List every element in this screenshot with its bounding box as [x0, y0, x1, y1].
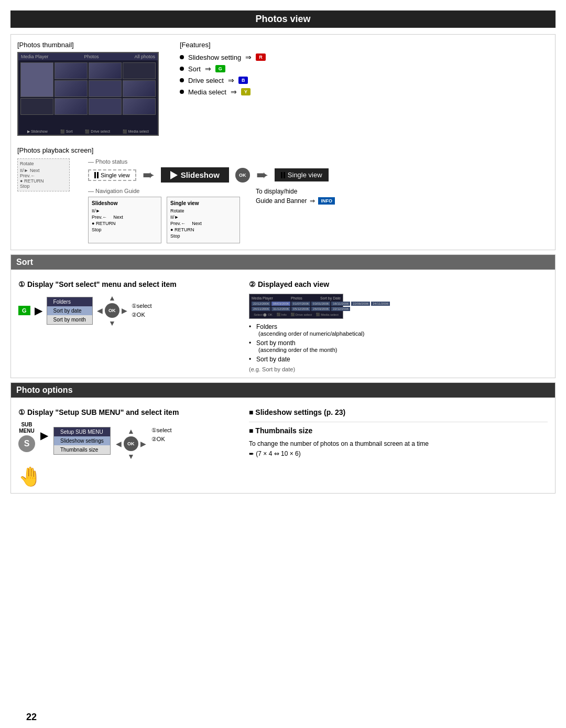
yellow-button[interactable]: Y — [241, 88, 251, 95]
folders-menu-item[interactable]: Folders — [47, 297, 92, 306]
green-sort-button[interactable]: G — [18, 306, 30, 315]
display-hide-info: To display/hide Guide and Banner ⇒ INFO — [256, 188, 335, 205]
slideshow-button[interactable]: Slideshow — [161, 167, 229, 183]
photos-view-section: [Photos thumbnail] Media Player Photos A… — [10, 34, 556, 250]
dpad: ▲ ◀ OK ▶ ▼ — [97, 294, 127, 327]
feature-label: Slideshow setting — [188, 53, 241, 61]
divider — [249, 422, 548, 422]
dpad-mid: ◀ OK ▶ — [97, 303, 127, 318]
dpad-left-icon[interactable]: ◀ — [97, 306, 103, 315]
eg-label: (e.g. Sort by date) — [249, 366, 548, 372]
sort-menu-box: Folders Sort by date Sort by month — [47, 297, 93, 325]
bullet-sort-by-date: Sort by date — [249, 356, 548, 363]
sub-menu-button[interactable]: S — [18, 435, 35, 452]
dpad-down-icon[interactable]: ▼ — [127, 452, 135, 461]
nav-guide-slideshow: Slideshow II/► Prev.←Next ● RETURN Stop — [88, 197, 161, 243]
hand-icon: 🤚 — [18, 466, 238, 488]
thumb-cell — [89, 80, 122, 97]
ok-button[interactable]: OK — [235, 168, 250, 183]
feature-label: Sort — [188, 65, 201, 73]
bullet-folders: Folders (ascending order of numeric/alph… — [249, 323, 548, 337]
sub-menu-box: Setup SUB MENU Slideshow settings Thumbn… — [53, 427, 111, 455]
playback-label: [Photos playback screen] — [17, 146, 549, 154]
slideshow-settings-menu-item[interactable]: Slideshow settings — [54, 436, 110, 445]
sort-columns: ① Display "Sort select" menu and select … — [18, 280, 548, 372]
pause-icon — [281, 172, 285, 178]
sub-menu-area: SUBMENU S — [18, 422, 35, 452]
dpad-down-icon[interactable]: ▼ — [108, 319, 116, 327]
thumbnails-title: ■ Thumbnails size — [249, 426, 548, 435]
thumb-cell — [123, 80, 156, 97]
info-button[interactable]: INFO — [318, 197, 335, 205]
ok-dpad-button[interactable]: OK — [105, 303, 119, 318]
thumb-cell — [55, 98, 88, 115]
play-icon — [170, 171, 178, 179]
arrow-icon: ⇒ — [231, 88, 237, 96]
blue-button[interactable]: B — [238, 77, 248, 84]
setup-sub-menu-item[interactable]: Setup SUB MENU — [54, 427, 110, 436]
page-number: 22 — [26, 712, 37, 723]
ok-label: ②OK — [132, 312, 152, 318]
thumb-cell — [123, 62, 156, 79]
photos-view-content: [Photos thumbnail] Media Player Photos A… — [17, 41, 549, 136]
thumb-cell — [123, 98, 156, 115]
thumb-cell — [55, 80, 88, 97]
big-arrow2-icon: ➨ — [256, 166, 268, 184]
dpad-up-icon[interactable]: ▲ — [127, 427, 135, 435]
features-label: [Features] — [180, 41, 549, 49]
dpad-up-icon[interactable]: ▲ — [108, 294, 116, 302]
photo-options-section: Photo options ① Display "Setup SUB MENU"… — [10, 382, 556, 494]
playback-center: — Photo status Single view — [88, 158, 549, 243]
red-button[interactable]: R — [256, 53, 266, 61]
ok-dpad2-button[interactable]: OK — [124, 436, 138, 451]
feature-sort: Sort ⇒ G — [180, 65, 549, 73]
step-labels2: ①select ②OK — [151, 427, 172, 443]
arrow-icon: ⇒ — [205, 65, 211, 73]
slideshow-settings-title: ■ Slideshow settings (p. 23) — [249, 408, 548, 416]
arrow-icon: ⇒ — [228, 76, 234, 84]
sort-by-month-menu-item[interactable]: Sort by month — [47, 315, 92, 324]
options-left: ① Display "Setup SUB MENU" and select it… — [18, 408, 238, 488]
select-label: ①select — [132, 303, 152, 309]
dpad-right-icon[interactable]: ▶ — [140, 440, 146, 448]
thumb-cell — [55, 62, 88, 79]
sub-menu-wrapper: SUBMENU S ▶ Setup SUB MENU Slideshow set… — [18, 422, 238, 461]
arrow-icon: ⇒ — [245, 53, 252, 61]
feature-label: Drive select — [188, 77, 224, 84]
ok-label2: ②OK — [151, 436, 172, 443]
slideshow-label: Slideshow — [181, 170, 220, 179]
sort-screen-mock: Media Player Photos Sort by Date 22/12/2… — [249, 294, 343, 319]
sort-col1-title: ① Display "Sort select" menu and select … — [18, 280, 238, 288]
thumbnails-formula: ➨ (7 × 4 ⇔ 10 × 6) — [249, 450, 548, 457]
dpad-right-icon[interactable]: ▶ — [122, 306, 127, 315]
sort-right: ② Displayed each view Media Player Photo… — [249, 280, 548, 372]
thumb-cell — [20, 62, 53, 97]
sort-left: ① Display "Sort select" menu and select … — [18, 280, 238, 372]
bullet-icon — [180, 55, 184, 59]
thumb-grid — [18, 60, 158, 117]
options-right: ■ Slideshow settings (p. 23) ■ Thumbnail… — [249, 408, 548, 488]
pause-icon — [94, 172, 99, 178]
sort-by-date-menu-item[interactable]: Sort by date — [47, 306, 92, 315]
arrow-icon: ▶ — [40, 429, 48, 442]
left-controls: Rotate II/► Next Prev.← ● RETURN Stop — [17, 158, 80, 191]
options-columns: ① Display "Setup SUB MENU" and select it… — [18, 408, 548, 488]
photos-thumbnail-block: [Photos thumbnail] Media Player Photos A… — [17, 41, 164, 136]
green-button[interactable]: G — [215, 65, 225, 72]
photo-options-header: Photo options — [11, 383, 555, 398]
bullet-icon — [180, 90, 184, 94]
single-view-label: Single view — [101, 172, 130, 178]
photo-options-inner: ① Display "Setup SUB MENU" and select it… — [11, 403, 555, 493]
sort-date-row2: 24/11/2006 31/12/2006 05/12/2006 26/03/2… — [252, 307, 341, 311]
thumb-cell — [20, 98, 53, 115]
sort-display: G ▶ Folders Sort by date Sort by month ▲ — [18, 294, 238, 327]
dpad-left-icon[interactable]: ◀ — [116, 440, 122, 448]
bullet-sort-by-month: Sort by month (ascending order of the mo… — [249, 339, 548, 353]
features-block: [Features] Slideshow setting ⇒ R Sort ⇒ … — [180, 41, 549, 136]
step-labels: ①select ②OK — [132, 303, 152, 318]
sort-inner: ① Display "Sort select" menu and select … — [11, 275, 555, 378]
single-view-button[interactable]: Single view — [275, 168, 329, 181]
thumbnails-size-menu-item[interactable]: Thumbnails size — [54, 445, 110, 454]
sort-bullets: Folders (ascending order of numeric/alph… — [249, 323, 548, 363]
feature-slideshow-setting: Slideshow setting ⇒ R — [180, 53, 549, 61]
